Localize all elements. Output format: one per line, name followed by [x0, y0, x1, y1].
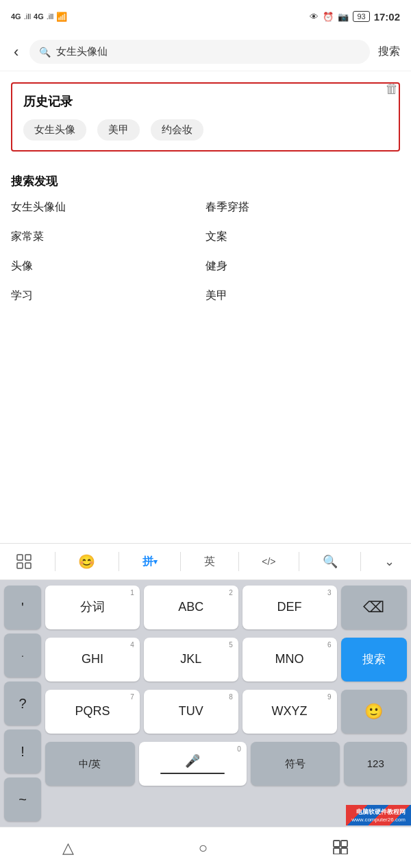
kb-key-def[interactable]: 3 DEF	[242, 586, 337, 629]
history-tag-1[interactable]: 美甲	[97, 119, 140, 141]
history-tags: 女生头像 美甲 约会妆	[23, 119, 388, 141]
discover-grid: 女生头像仙 春季穿搭 家常菜 文案 头像 健身 学习 美甲	[11, 200, 400, 303]
nav-menu-button[interactable]	[316, 832, 365, 864]
kb-toolbar-pinyin[interactable]: 拼 ▾	[133, 549, 167, 575]
main-keys: 1 分词 2 ABC 3 DEF ⌫ 4 GHI	[45, 586, 407, 821]
toolbar-divider-1	[55, 552, 55, 571]
svg-rect-5	[341, 841, 347, 847]
kb-num-9: 9	[327, 693, 332, 701]
keyboard-area: 😊 拼 ▾ 英 </> 🔍 ⌄ ' · ? ! ~ 1 分词	[0, 543, 411, 827]
kb-row-2: 4 GHI 5 JKL 6 MNO 搜索	[45, 638, 407, 682]
kb-num-2: 2	[229, 589, 233, 596]
discover-item-3-1[interactable]: 美甲	[206, 289, 400, 303]
kb-num-6: 6	[327, 641, 332, 649]
svg-rect-1	[25, 555, 31, 560]
kb-key-symbols[interactable]: 符号	[251, 742, 340, 786]
kb-key-tuv[interactable]: 8 TUV	[144, 690, 238, 734]
eye-icon: 👁	[310, 12, 319, 22]
kb-key-jkl[interactable]: 5 JKL	[144, 638, 238, 682]
kb-row-3: 7 PQRS 8 TUV 9 WXYZ 🙂	[45, 690, 407, 734]
kb-toolbar-search[interactable]: 🔍	[313, 548, 347, 575]
history-title: 历史记录	[23, 93, 388, 110]
nav-home-button[interactable]: ○	[182, 834, 224, 863]
kb-key-pqrs[interactable]: 7 PQRS	[45, 690, 140, 734]
discover-item-2-1[interactable]: 健身	[206, 259, 400, 274]
kb-key-emoji[interactable]: 🙂	[341, 690, 407, 734]
kb-num-4: 4	[130, 641, 134, 649]
kb-label-jkl: JKL	[180, 652, 201, 667]
kb-toolbar-collapse[interactable]: ⌄	[375, 548, 404, 575]
toolbar-divider-2	[119, 552, 119, 571]
discover-section: 搜索发现 女生头像仙 春季穿搭 家常菜 文案 头像 健身 学习 美甲	[0, 162, 411, 303]
kb-key-backspace[interactable]: ⌫	[341, 586, 407, 629]
nav-back-button[interactable]: △	[46, 834, 90, 863]
search-input-wrap[interactable]: 🔍 女生头像仙	[29, 40, 370, 64]
svg-rect-2	[17, 563, 23, 568]
search-submit-button[interactable]: 搜索	[378, 45, 400, 59]
keyboard-body: ' · ? ! ~ 1 分词 2 ABC 3 DEF	[0, 580, 411, 827]
punct-key-tilde[interactable]: ~	[4, 777, 41, 821]
watermark-url: www.computer26.com	[351, 817, 406, 823]
kb-toolbar-emoji[interactable]: 😊	[68, 548, 105, 575]
kb-label-pqrs: PQRS	[75, 704, 110, 719]
discover-item-0-0[interactable]: 女生头像仙	[11, 200, 206, 215]
punct-key-apostrophe[interactable]: '	[4, 586, 41, 629]
battery-indicator: 93	[353, 11, 369, 22]
search-icon: 🔍	[39, 47, 51, 58]
kb-label-tuv: TUV	[179, 704, 203, 719]
kb-key-lang-switch[interactable]: 中/英	[45, 742, 135, 786]
svg-rect-3	[25, 563, 31, 568]
status-bar: 4G .ill 4G .ill 📶 👁 ⏰ 📷 93 17:02	[0, 0, 411, 33]
toolbar-divider-5	[299, 552, 299, 571]
time-display: 17:02	[374, 11, 400, 23]
num-123-label: 123	[367, 758, 384, 770]
kb-key-123[interactable]: 123	[344, 742, 407, 786]
punct-key-question[interactable]: ?	[4, 682, 41, 725]
status-left: 4G .ill 4G .ill 📶	[11, 12, 67, 22]
svg-rect-7	[341, 848, 347, 854]
history-section: 历史记录 女生头像 美甲 约会妆	[11, 82, 400, 152]
signal-dots-2: .ill	[47, 12, 53, 21]
search-input[interactable]: 女生头像仙	[56, 45, 360, 58]
history-tag-0[interactable]: 女生头像	[23, 119, 86, 141]
kb-label-def: DEF	[277, 600, 302, 615]
wifi-icon: 📶	[56, 12, 67, 22]
svg-rect-6	[334, 848, 340, 854]
kb-key-wxyz[interactable]: 9 WXYZ	[242, 690, 337, 734]
kb-key-abc[interactable]: 2 ABC	[144, 586, 238, 629]
signal-4g-1: 4G	[11, 12, 21, 21]
discover-item-0-1[interactable]: 春季穿搭	[206, 200, 400, 215]
kb-toolbar-english[interactable]: 英	[195, 549, 225, 575]
screenshot-icon: 📷	[338, 12, 349, 22]
kb-key-mic-space[interactable]: 0 🎤	[139, 742, 247, 786]
kb-key-mno[interactable]: 6 MNO	[242, 638, 337, 682]
history-tag-2[interactable]: 约会妆	[151, 119, 203, 141]
punct-key-dot[interactable]: ·	[4, 634, 41, 677]
emoji-face-icon: 🙂	[364, 703, 383, 721]
watermark-brand: 电脑软硬件教程网	[356, 808, 406, 817]
punct-key-exclaim[interactable]: !	[4, 730, 41, 773]
back-button[interactable]: ‹	[11, 40, 21, 64]
kb-num-0: 0	[237, 745, 241, 753]
toolbar-divider-3	[180, 552, 181, 571]
keyboard-toolbar: 😊 拼 ▾ 英 </> 🔍 ⌄	[0, 543, 411, 580]
kb-label-abc: ABC	[178, 600, 203, 615]
discover-item-2-0[interactable]: 头像	[11, 259, 206, 274]
kb-toolbar-code[interactable]: </>	[252, 551, 285, 572]
kb-key-ghi[interactable]: 4 GHI	[45, 638, 140, 682]
discover-item-1-1[interactable]: 文案	[206, 230, 400, 244]
kb-label-ghi: GHI	[82, 652, 103, 667]
kb-label-wxyz: WXYZ	[272, 704, 308, 719]
signal-dots: .ill	[24, 12, 31, 21]
kb-label-fenchi: 分词	[80, 600, 105, 615]
space-underline	[160, 773, 225, 774]
discover-item-1-0[interactable]: 家常菜	[11, 230, 206, 244]
discover-title: 搜索发现	[11, 173, 400, 189]
kb-toolbar-grid[interactable]	[7, 548, 41, 575]
punct-column: ' · ? ! ~	[4, 586, 41, 821]
toolbar-divider-4	[238, 552, 239, 571]
kb-key-fenchi[interactable]: 1 分词	[45, 586, 140, 629]
svg-rect-4	[334, 841, 340, 847]
discover-item-3-0[interactable]: 学习	[11, 289, 206, 303]
kb-key-search-enter[interactable]: 搜索	[341, 638, 407, 682]
